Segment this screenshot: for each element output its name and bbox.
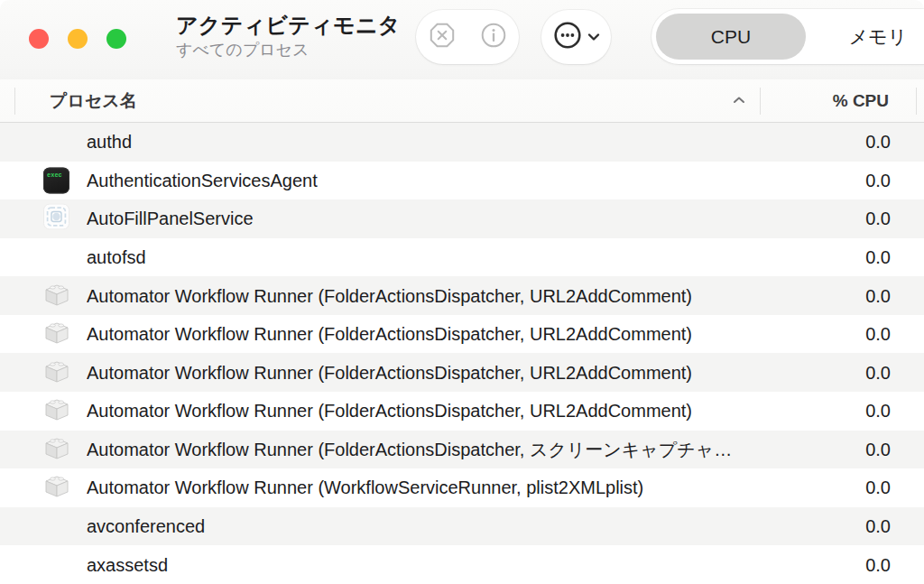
process-icon-slot [42,244,70,272]
process-cpu-value: 0.0 [865,247,891,268]
toolbar: アクティビティモニタ すべてのプロセス [0,0,924,79]
autofill-panel-icon [43,204,69,234]
process-icon-slot [42,435,70,463]
minimize-button[interactable] [68,29,88,49]
process-name: avconferenced [87,516,731,537]
sort-ascending-icon[interactable] [732,92,746,108]
process-cpu-value: 0.0 [865,401,891,422]
process-table-body: authd 0.0 exec AuthenticationServicesAge… [0,123,924,584]
process-cpu-value: 0.0 [865,324,891,345]
process-name: Automator Workflow Runner (FolderActions… [87,437,731,461]
process-cpu-value: 0.0 [865,362,891,383]
process-cpu-value: 0.0 [865,170,891,190]
process-name: Automator Workflow Runner (FolderActions… [87,285,731,306]
tab-CPU[interactable]: CPU [656,14,806,60]
more-options-button[interactable] [541,10,611,64]
process-icon-slot [42,513,70,541]
process-name: autofsd [87,247,731,268]
table-row[interactable]: authd 0.0 [0,123,924,162]
process-icon-slot: exec [42,166,70,194]
stop-octagon-icon [429,22,456,52]
info-circle-icon [480,22,507,52]
process-icon-slot [42,358,70,386]
process-name: AuthenticationServicesAgent [87,170,731,190]
process-icon-slot [42,205,70,233]
process-icon-slot [42,474,70,502]
automator-cube-icon [43,434,70,464]
table-row[interactable]: Automator Workflow Runner (WorkflowServi… [0,468,924,507]
process-icon-slot [42,128,70,156]
column-header-cpu[interactable]: % CPU [761,79,916,122]
process-icon-slot [42,551,70,579]
process-action-group [416,10,519,64]
process-cpu-value: 0.0 [865,132,891,153]
tab-メモリ[interactable]: メモリ [806,14,924,60]
process-cpu-value: 0.0 [865,516,891,537]
table-row[interactable]: axassetsd 0.0 [0,545,924,584]
automator-cube-icon [43,473,70,503]
view-switcher: CPU メモリ [651,9,924,64]
close-button[interactable] [29,29,49,49]
window-subtitle: すべてのプロセス [176,41,401,60]
process-cpu-value: 0.0 [865,477,891,498]
table-row[interactable]: Automator Workflow Runner (FolderActions… [0,276,924,315]
table-row[interactable]: exec AuthenticationServicesAgent 0.0 [0,162,924,200]
quit-process-button[interactable] [416,10,467,64]
tab-label: メモリ [849,24,907,50]
zoom-button[interactable] [106,29,126,49]
process-name: axassetsd [87,554,731,575]
automator-cube-icon [43,281,70,311]
process-name: authd [87,132,731,153]
process-icon-slot [42,320,70,348]
automator-cube-icon [43,320,70,349]
column-header-process-name[interactable]: プロセス名 [50,79,137,122]
process-cpu-value: 0.0 [865,285,891,306]
table-header: プロセス名 % CPU [0,79,924,123]
process-name: AutoFillPanelService [87,209,731,229]
process-name: Automator Workflow Runner (FolderActions… [87,362,731,383]
process-cpu-value: 0.0 [865,209,891,229]
process-cpu-value: 0.0 [865,439,891,459]
process-name: Automator Workflow Runner (FolderActions… [87,324,731,345]
automator-cube-icon [43,357,70,387]
table-row[interactable]: Automator Workflow Runner (FolderActions… [0,315,924,354]
table-row[interactable]: Automator Workflow Runner (FolderActions… [0,431,924,469]
exec-glyph: exec [47,171,62,178]
tab-label: CPU [711,26,751,48]
table-row[interactable]: Automator Workflow Runner (FolderActions… [0,392,924,431]
inspect-process-button[interactable] [467,10,519,64]
automator-cube-icon [43,396,70,426]
process-icon-slot [42,397,70,425]
exec-icon: exec [43,167,69,193]
process-name: Automator Workflow Runner (WorkflowServi… [87,477,731,498]
process-cpu-value: 0.0 [865,554,891,575]
window-title-block: アクティビティモニタ すべてのプロセス [176,13,401,59]
header-left-separator [14,88,15,115]
chevron-down-icon [587,29,600,45]
process-name: Automator Workflow Runner (FolderActions… [87,401,731,422]
table-row[interactable]: AutoFillPanelService 0.0 [0,199,924,238]
process-icon-slot [42,282,70,310]
table-row[interactable]: autofsd 0.0 [0,238,924,277]
ellipsis-circle-icon [553,21,582,53]
window-title: アクティビティモニタ [176,13,401,38]
traffic-lights [29,29,126,49]
activity-monitor-window: アクティビティモニタ すべてのプロセス [0,0,924,584]
table-row[interactable]: avconferenced 0.0 [0,507,924,546]
column-resize-handle[interactable] [916,88,917,115]
table-row[interactable]: Automator Workflow Runner (FolderActions… [0,353,924,392]
